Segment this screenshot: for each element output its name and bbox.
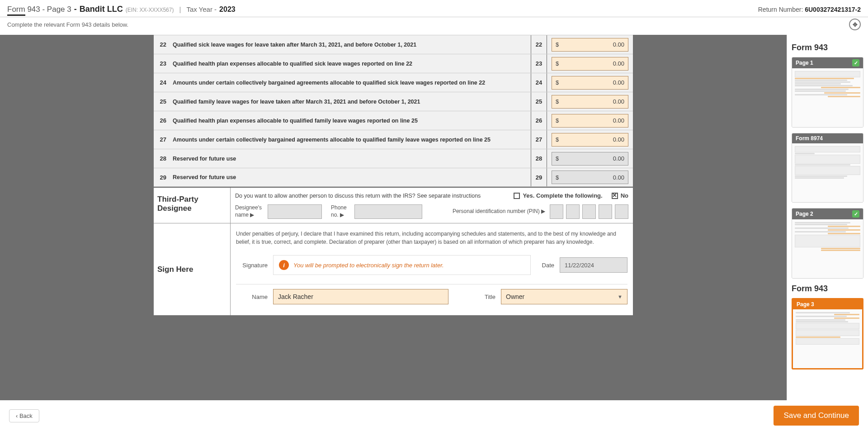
- line-22-input[interactable]: $0.00: [552, 38, 628, 52]
- sidebar-heading-943-bottom: Form 943: [792, 284, 863, 294]
- thumb-page-1[interactable]: Page 1✓: [792, 57, 863, 128]
- footer: ‹ Back Save and Continue: [0, 400, 868, 431]
- line-28-input[interactable]: $0.00: [552, 152, 628, 166]
- form-title: Form 943 - Page 3: [7, 5, 71, 14]
- line-row-25: 25 Qualified family leave wages for leav…: [154, 92, 633, 111]
- designee-yes-checkbox[interactable]: [514, 193, 520, 199]
- page-header: Form 943 - Page 3 - Bandit LLC (EIN: XX-…: [0, 0, 868, 17]
- signature-box: i You will be prompted to electronically…: [273, 255, 531, 275]
- designee-pin-group: [550, 204, 628, 219]
- separator: |: [179, 5, 181, 13]
- sign-here-section: Sign Here Under penalties of perjury, I …: [154, 223, 633, 315]
- line-27-input[interactable]: $0.00: [552, 133, 628, 147]
- designee-name-input[interactable]: [268, 204, 322, 219]
- sidebar-heading-943-top: Form 943: [792, 43, 863, 52]
- pin-box-1[interactable]: [550, 204, 563, 219]
- return-number-value: 6U003272421317-2: [805, 6, 861, 13]
- line-24-input[interactable]: $0.00: [552, 76, 628, 90]
- chevron-down-icon: ▼: [618, 294, 623, 299]
- date-input[interactable]: 11/22/2024: [560, 257, 627, 273]
- designee-no-label: No: [621, 192, 628, 199]
- company-dash: -: [74, 5, 77, 14]
- line-row-27: 27 Amounts under certain collectively ba…: [154, 130, 633, 149]
- title-select[interactable]: Owner ▼: [501, 289, 627, 304]
- pin-box-4[interactable]: [599, 204, 612, 219]
- line-row-28: 28 Reserved for future use 28 $0.00: [154, 149, 633, 168]
- sign-here-title: Sign Here: [154, 223, 231, 315]
- check-icon: ✓: [852, 59, 859, 66]
- pin-box-2[interactable]: [566, 204, 580, 219]
- designee-yes-label: Yes. Complete the following.: [523, 192, 602, 199]
- line-label: Qualified sick leave wages for leave tak…: [170, 37, 531, 52]
- line-row-26: 26 Qualified health plan expenses alloca…: [154, 111, 633, 130]
- thumb-page-3[interactable]: Page 3: [792, 298, 863, 369]
- name-input[interactable]: Jack Racher: [273, 289, 448, 304]
- line-row-22: 22 Qualified sick leave wages for leave …: [154, 35, 633, 54]
- subheader-text: Complete the relevant Form 943 details b…: [7, 21, 128, 28]
- fullscreen-icon[interactable]: ✥: [849, 19, 861, 30]
- back-button[interactable]: ‹ Back: [9, 409, 39, 422]
- designee-question: Do you want to allow another person to d…: [235, 193, 481, 199]
- ein-label: (EIN: XX-XXXX567): [126, 7, 174, 13]
- taxyear-value: 2023: [219, 5, 236, 14]
- third-party-designee-section: Third-Party Designee Do you want to allo…: [154, 187, 633, 223]
- designee-title: Third-Party Designee: [154, 188, 231, 223]
- pin-box-3[interactable]: [582, 204, 596, 219]
- line-23-input[interactable]: $0.00: [552, 57, 628, 71]
- line-numcell: 22: [531, 35, 547, 54]
- perjury-statement: Under penalties of perjury, I declare th…: [236, 230, 627, 252]
- title-label: Title: [477, 294, 495, 300]
- return-number-label: Return Number:: [758, 6, 805, 13]
- save-and-continue-button[interactable]: Save and Continue: [774, 406, 859, 426]
- line-row-24: 24 Amounts under certain collectively ba…: [154, 73, 633, 92]
- designee-pin-label: Personal identification number (PIN) ▶: [453, 208, 545, 215]
- company-name: Bandit LLC: [80, 5, 123, 14]
- signature-label: Signature: [236, 262, 268, 269]
- designee-phone-input[interactable]: [354, 204, 422, 219]
- pin-box-5[interactable]: [615, 204, 628, 219]
- line-row-29: 29 Reserved for future use 29 $0.00: [154, 168, 633, 187]
- designee-no-checkbox[interactable]: [612, 193, 618, 199]
- thumb-form-8974[interactable]: Form 8974: [792, 133, 863, 203]
- taxyear-label: Tax Year -: [186, 5, 217, 13]
- signature-note: You will be prompted to electronically s…: [293, 262, 444, 269]
- form-page: 22 Qualified sick leave wages for leave …: [154, 35, 633, 315]
- designee-name-label: Designee's name ▶: [235, 204, 265, 218]
- name-label: Name: [236, 294, 268, 300]
- thumb-page-2[interactable]: Page 2✓: [792, 208, 863, 279]
- info-icon: i: [279, 260, 289, 270]
- line-num: 22: [154, 41, 170, 48]
- line-25-input[interactable]: $0.00: [552, 95, 628, 109]
- form-canvas[interactable]: 22 Qualified sick leave wages for leave …: [0, 35, 787, 400]
- designee-phone-label: Phone no. ▶: [331, 204, 352, 218]
- date-label: Date: [536, 262, 554, 269]
- line-29-input[interactable]: $0.00: [552, 171, 628, 184]
- check-icon: ✓: [852, 210, 859, 218]
- line-26-input[interactable]: $0.00: [552, 114, 628, 128]
- page-navigator-sidebar[interactable]: Form 943 Page 1✓: [787, 35, 868, 400]
- line-row-23: 23 Qualified health plan expenses alloca…: [154, 54, 633, 73]
